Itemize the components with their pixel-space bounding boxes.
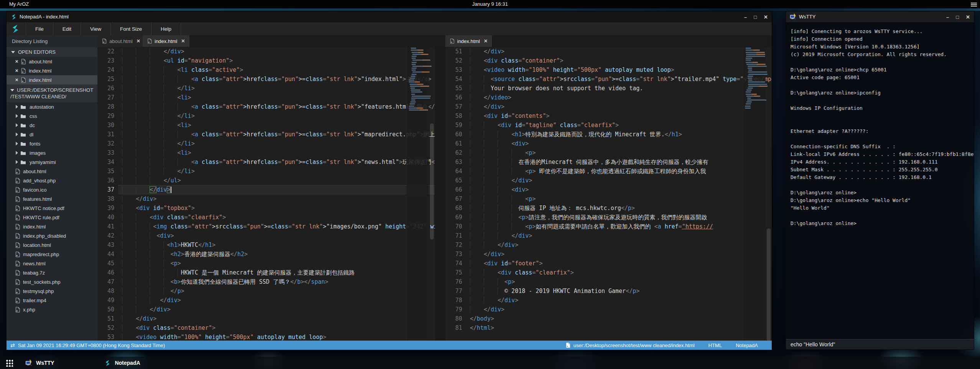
code-line[interactable]: 51 </div> [445,47,772,56]
editor-tab-about.html[interactable]: about.html✕ [97,35,145,47]
code-line[interactable]: 53 <video width="100%" height="500px" au… [445,65,772,74]
code-line[interactable]: 58 <div id="contents"> [445,111,772,121]
tree-file-row[interactable]: location.html [7,240,97,250]
code-line[interactable]: 53 <video width="100%" height="500px" au… [97,333,435,341]
tree-folder-row[interactable]: dl [7,130,97,139]
code-line[interactable]: 76 <p> [445,277,772,286]
close-icon[interactable]: ✕ [15,59,18,64]
code-line[interactable]: 60 <h1>特別為建築及鐵路而設，現代化的 Minecraft 世界.</h1… [445,130,772,139]
minimize-button[interactable]: – [946,14,949,20]
code-line[interactable]: 45 <p> [97,259,435,268]
code-line[interactable]: 68 伺服器 IP 地址為： mcs.hkwtc.org</p> [445,204,772,213]
minimap[interactable] [743,47,766,341]
code-line[interactable]: 34 <a class="attr">hrefclass="pun">=clas… [97,157,435,167]
open-editor-item[interactable]: ✕index.html [7,66,97,75]
code-line[interactable]: 62 <p> [445,148,772,157]
code-line[interactable]: 77 © 2018 - 2019 HKWTC Animation Gamer</… [445,286,772,296]
code-line[interactable]: 42 <div> [97,231,435,240]
close-icon[interactable]: ✕ [15,68,18,73]
code-line[interactable]: 75 <div class="clearfix"> [445,268,772,277]
code-line[interactable]: 31 <a class="attr">hrefclass="pun">=clas… [97,130,435,139]
menu-file[interactable]: File [26,23,53,35]
scrollbar-thumb[interactable] [767,228,771,341]
code-line[interactable]: 33 <li> [97,148,435,157]
code-line[interactable]: 37 </div> [97,185,435,194]
close-button[interactable]: ✕ [966,14,970,20]
tab-close-icon[interactable]: ✕ [137,38,140,44]
tree-file-row[interactable]: news.html [7,259,97,268]
tree-file-row[interactable]: testmysql.php [7,286,97,296]
code-line[interactable]: 65 </div> [445,176,772,185]
tree-folder-row[interactable]: images [7,148,97,157]
tree-file-row[interactable]: teabag.7z [7,268,97,277]
code-line[interactable]: 55 Your browser does not support the vid… [445,84,772,93]
editor-group-1[interactable]: 22 </div>23 <ul id="navigation">24 <li c… [97,47,435,341]
code-line[interactable]: 50 </div> [97,305,435,314]
menu-edit[interactable]: Edit [53,23,81,35]
code-line[interactable]: 81</html> [445,323,772,333]
code-line[interactable]: 25 <a class="attr">hrefclass="pun">=clas… [97,74,435,84]
minimap[interactable] [406,47,429,341]
tree-file-row[interactable]: index.php_disabled [7,231,97,240]
code-line[interactable]: 49 </div> [97,296,435,305]
code-line[interactable]: 70 <p>如有問題或需要申請白名單，歡迎加入我們的 <a href="http… [445,222,772,231]
code-line[interactable]: 59 <div id="tagline" class="clearfix"> [445,121,772,130]
code-line[interactable]: 39 <div id="topbox"> [97,204,435,213]
code-line[interactable]: 72 </div> [445,240,772,250]
code-line[interactable]: 36 </ul> [97,176,435,185]
code-line[interactable]: 63 在香港的Minecraft 伺服器中，多為小遊戲和純生存的伺服器，較少擁有 [445,157,772,167]
open-editor-item[interactable]: ✕about.html [7,57,97,66]
code-line[interactable]: 41 <img class="attr">srcclass="pun">=cla… [97,222,435,231]
code-line[interactable]: 56 </video> [445,93,772,102]
taskbar-item-wstty[interactable]: WsTTY [21,357,58,369]
code-line[interactable]: 47 <b>你知道我們全線伺服器已轉用 SSD 了嗎？</b></span> [97,277,435,286]
workspace-folder-header[interactable]: USER:/DESKTOP/SCREENSHOT /TEST/WWW CLEAN… [7,84,97,102]
maximize-button[interactable]: □ [754,14,757,20]
code-line[interactable]: 57 </div> [445,102,772,111]
menu-font-size[interactable]: Font Size [110,23,151,35]
code-line[interactable]: 48 </p> [97,286,435,296]
tree-file-row[interactable]: mapredirect.php [7,250,97,259]
tree-folder-row[interactable]: autostation [7,102,97,111]
scrollbar[interactable] [430,47,434,341]
tab-close-icon[interactable]: ✕ [181,38,185,44]
code-line[interactable]: 26 </li> [97,84,435,93]
tree-file-row[interactable]: favicon.ico [7,185,97,194]
tree-file-row[interactable]: trailer.mp4 [7,296,97,305]
editor-tab-index.html[interactable]: index.html✕ [143,35,190,47]
code-line[interactable]: 80</body> [445,314,772,323]
code-line[interactable]: 67 <p> [445,194,772,204]
code-line[interactable]: 30 <li> [97,121,435,130]
code-line[interactable]: 61 <div> [445,139,772,148]
editor-group-2[interactable]: 51 </div>52 <div class="container">53 <v… [445,47,772,341]
tree-file-row[interactable]: HKWTC notice.pdf [7,204,97,213]
code-line[interactable]: 52 <div class="container"> [445,56,772,65]
close-icon[interactable]: ✕ [15,78,18,83]
menu-help[interactable]: Help [151,23,181,35]
code-line[interactable]: 79 </div> [445,305,772,314]
tree-folder-row[interactable]: fonts [7,139,97,148]
code-line[interactable]: 29 </li> [97,111,435,121]
terminal-input[interactable]: echo "Hello World" [786,339,974,349]
editor-tab-index.html[interactable]: index.html✕ [445,35,492,47]
close-button[interactable]: ✕ [764,14,768,20]
code-line[interactable]: 78 </div> [445,296,772,305]
code-line[interactable]: 22 </div> [97,47,435,56]
tree-file-row[interactable]: features.html [7,194,97,204]
code-line[interactable]: 27 <li> [97,93,435,102]
code-line[interactable]: 28 <a class="attr">hrefclass="pun">=clas… [97,102,435,111]
notepada-title-bar[interactable]: NotepadA - index.html – □ ✕ [7,12,772,22]
open-editor-item[interactable]: ✕index.html [7,75,97,84]
code-line[interactable]: 74 <div id="footer"> [445,259,772,268]
tree-file-row[interactable]: test_sockets.php [7,277,97,286]
code-line[interactable]: 54 <source class="attr">srcclass="pun">=… [445,74,772,84]
code-line[interactable]: 71 </div> [445,231,772,240]
tree-file-row[interactable]: index.html [7,222,97,231]
code-line[interactable]: 43 <h1>HKWTC</h1> [97,240,435,250]
terminal-output[interactable]: [info] Conencting to arozos WsTTY servic… [786,22,974,339]
code-line[interactable]: 69 <p>請注意，我們的伺服器為確保玩家及遊玩時的質素，我們對的服器開啟 [445,213,772,222]
tree-file-row[interactable]: HKWTC rule.pdf [7,213,97,222]
tree-file-row[interactable]: add_vhost.php [7,176,97,185]
tree-folder-row[interactable]: yamiyamimi [7,157,97,167]
code-line[interactable]: 35 </li> [97,167,435,176]
